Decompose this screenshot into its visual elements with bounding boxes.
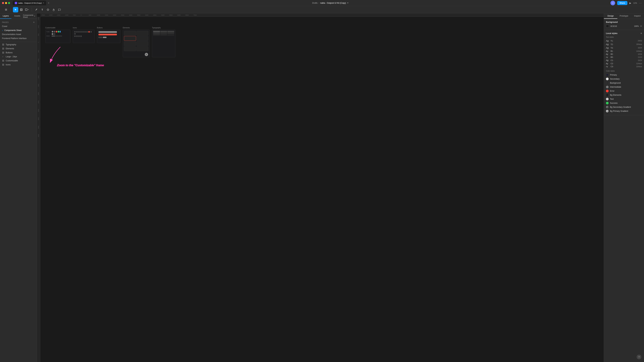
sidebar-tab-bar: Layers Assets Components Sheet ▼ — [0, 13, 37, 19]
component-tool-button[interactable] — [45, 7, 51, 12]
menu-button[interactable] — [3, 7, 9, 12]
svg-rect-15 — [2, 48, 3, 48]
text-style-C1[interactable]: Ag C1 · 15/24 — [606, 59, 642, 62]
help-button[interactable]: ? — [636, 355, 641, 359]
breadcrumb-file[interactable]: nabla - Outpost UI Kit (Copy) — [320, 2, 346, 4]
frame-preview-typography[interactable] — [152, 30, 176, 57]
text-tool-button[interactable]: T — [40, 7, 45, 12]
right-tab-bar: Design Prototype Inspect — [604, 13, 644, 19]
color-style-text[interactable]: Text — [606, 97, 642, 101]
grid-icon — [2, 47, 4, 50]
ruler-num: 4500 — [38, 117, 39, 120]
frame-tool-button[interactable] — [18, 7, 24, 12]
more-options-button[interactable]: ··· — [639, 2, 642, 4]
color-style-secondary[interactable]: Secondary — [606, 77, 642, 81]
frame-icons[interactable]: Icons — [73, 27, 94, 43]
text-style-C2[interactable]: Ag C2 · 12/Auto — [606, 62, 642, 65]
pen-tool-button[interactable] — [34, 7, 39, 12]
background-hex[interactable]: 1E1E1E — [610, 25, 633, 27]
maximize-button[interactable] — [8, 2, 10, 4]
grid-icon — [2, 63, 4, 66]
layer-large-24px[interactable]: T Large - 24px — [0, 55, 37, 59]
text-style-T3[interactable]: Ag T3 · 16/24 — [606, 46, 642, 50]
ruler-num: 6000 — [177, 14, 180, 16]
comment-tool-button[interactable] — [57, 7, 62, 12]
text-style-B3[interactable]: Ag B3 · 11/13 — [606, 56, 642, 59]
frame-label-buttons: Buttons — [97, 27, 120, 29]
grid-icon — [2, 43, 4, 46]
titlebar: nabla - Outpost UI Kit (Copy) ✕ + Drafts… — [0, 0, 644, 6]
background-opacity[interactable]: 100% — [634, 25, 639, 27]
frame-buttons[interactable]: Buttons — [97, 27, 120, 43]
color-style-bg-primary-gradient[interactable]: Bg Primary Gradient — [606, 109, 642, 113]
tab-favicon — [15, 2, 17, 4]
layers-section: Typography Elements Buttons T Large - 24… — [0, 42, 37, 362]
frame-customizable[interactable]: Customizable Public — [45, 27, 70, 43]
move-tool-button[interactable] — [13, 7, 18, 12]
color-style-primary[interactable]: Primary — [606, 73, 642, 77]
add-page-button[interactable]: + — [33, 21, 35, 24]
layer-label: Typography — [6, 43, 16, 46]
sidebar-tab-assets[interactable]: Assets — [12, 13, 23, 19]
color-style-error[interactable]: Error — [606, 89, 642, 93]
text-style-T2[interactable]: Ag T2 · 18/Auto — [606, 42, 642, 46]
right-tab-prototype[interactable]: Prototype — [617, 13, 631, 19]
layer-icons[interactable]: Icons — [0, 63, 37, 67]
page-item-frontend-platform[interactable]: Frontend Platform Interface — [0, 36, 37, 40]
add-style-button[interactable]: + — [640, 32, 642, 35]
avatar[interactable]: U — [610, 1, 615, 5]
breadcrumb-separator: / — [319, 2, 319, 4]
color-style-intermediate[interactable]: Intermediate — [606, 85, 642, 89]
layer-customizable[interactable]: Customizable — [0, 59, 37, 63]
close-button[interactable] — [2, 2, 4, 4]
page-item-cover[interactable]: Cover — [0, 24, 37, 28]
text-style-C3[interactable]: Ag C3 · 10/Auto — [606, 65, 642, 68]
text-style-B1[interactable]: Ag B1 · 14/Auto — [606, 50, 642, 53]
layer-typography[interactable]: Typography — [0, 42, 37, 46]
frame-typography[interactable]: Typography — [152, 27, 176, 57]
sidebar-tab-layers[interactable]: Layers — [0, 13, 12, 19]
page-item-documentation-asset[interactable]: Documentation Asset — [0, 32, 37, 36]
color-style-success[interactable]: Success — [606, 101, 642, 105]
right-tab-inspect[interactable]: Inspect — [630, 13, 644, 19]
chevron-down-icon[interactable]: ▼ — [347, 2, 349, 4]
share-button[interactable]: Share — [617, 1, 628, 5]
layer-elements[interactable]: Elements — [0, 46, 37, 51]
frame-elements[interactable]: Elements ⏵ — [123, 27, 150, 57]
ruler-num: 500 — [38, 50, 39, 52]
new-tab-button[interactable]: + — [47, 1, 50, 4]
text-style-value: 11/13 — [638, 56, 642, 58]
ruler-num: 3000 — [129, 14, 132, 16]
page-item-components-sheet[interactable]: ✓ Components Sheet — [0, 28, 37, 32]
right-tab-design[interactable]: Design — [604, 13, 617, 19]
layer-buttons[interactable]: Buttons — [0, 51, 37, 55]
text-styles-title: Text styles — [606, 36, 642, 38]
visibility-icon[interactable]: 👁 — [640, 25, 642, 27]
text-style-name: B2 · — [611, 53, 636, 55]
canvas[interactable]: -2500 -2000 -1500 -1000 -500 0 500 1000 … — [37, 13, 604, 362]
traffic-lights — [2, 2, 10, 4]
text-style-name: T1 · — [611, 40, 636, 42]
frame-preview-customizable[interactable]: Public — [45, 30, 70, 43]
text-style-ag: Ag — [606, 43, 609, 45]
text-style-B2[interactable]: Ag B2 · 12/16 — [606, 53, 642, 56]
text-style-T1[interactable]: Ag T1 · 24/32 — [606, 39, 642, 42]
frame-preview-buttons[interactable] — [97, 30, 120, 43]
frame-preview-icons[interactable] — [73, 30, 94, 43]
annotation-container: Zoom to the "Customizable" frame — [57, 64, 104, 67]
zoom-level[interactable]: 11% — [633, 2, 637, 4]
tab-close-icon[interactable]: ✕ — [43, 2, 44, 4]
breadcrumb-drafts[interactable]: Drafts — [312, 2, 318, 4]
active-tab[interactable]: nabla - Outpost UI Kit (Copy) ✕ — [13, 1, 46, 5]
minimize-button[interactable] — [5, 2, 7, 4]
hand-tool-button[interactable] — [51, 7, 56, 12]
color-style-bg-secondary-gradient[interactable]: Bg Secondary Gradient — [606, 105, 642, 109]
color-style-bg-elements[interactable]: Bg Elements — [606, 93, 642, 97]
chevron-down-icon[interactable]: ▼ — [34, 15, 36, 17]
shape-tool-button[interactable]: ▼ — [24, 7, 30, 12]
color-style-background[interactable]: Background — [606, 81, 642, 85]
frame-preview-elements[interactable]: ⏵ — [123, 30, 150, 57]
play-button[interactable]: ▶ — [630, 2, 631, 4]
tab-bar: nabla - Outpost UI Kit (Copy) ✕ + — [13, 1, 50, 5]
background-color-swatch[interactable] — [606, 25, 609, 28]
